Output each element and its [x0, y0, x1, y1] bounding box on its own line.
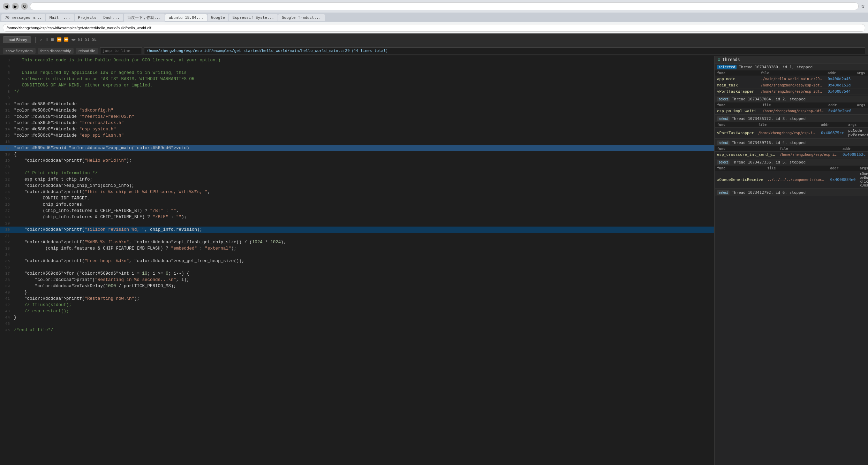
tab-espressif[interactable]: Espressif Syste...	[229, 14, 278, 21]
tab-messages[interactable]: 70 messages n...	[1, 14, 45, 21]
thread-header-6: select Thread 1073412792, id 6, stopped	[715, 189, 868, 196]
table-row: vPortTaskWrapper /home/zhengzhong/esp/es…	[715, 89, 868, 95]
args-cell	[855, 108, 868, 114]
code-line: 37 "color:#569cd6">for ("color:#569cd6">…	[0, 270, 714, 277]
col-file: file	[778, 146, 840, 152]
jump-to-line-input[interactable]	[100, 47, 142, 54]
show-filesystem-btn[interactable]: show filesystem	[3, 48, 36, 54]
line-content: esp_chip_info_t chip_info;	[13, 176, 714, 183]
line-number: 3	[0, 57, 13, 63]
fetch-disassembly-btn[interactable]: fetch disassembly	[38, 48, 74, 54]
address-bar[interactable]: 127.0.0.1:5000	[30, 2, 859, 10]
code-line: 20	[0, 164, 714, 170]
thread-table-header: func file addr args	[715, 70, 868, 76]
thread-group-1: selected Thread 1073433280, id 1, stoppe…	[715, 64, 868, 95]
line-number: 13	[0, 120, 13, 126]
line-content: "color:#dcdcaa">esp_chip_info(&chip_info…	[13, 183, 714, 189]
line-number: 23	[0, 183, 13, 189]
tab-projects[interactable]: Projects - Dash...	[75, 14, 123, 21]
filepath-display[interactable]	[144, 47, 865, 54]
line-content: "color:#dcdcaa">printf("Restarting in %d…	[13, 277, 714, 283]
code-line: 19 "color:#dcdcaa">printf("Hello world!\…	[0, 158, 714, 164]
toolbar-separator: |	[34, 36, 37, 43]
line-content: }	[13, 314, 714, 321]
forward-btn[interactable]: ▶	[12, 3, 19, 10]
select-thread-2-btn[interactable]: select	[717, 97, 730, 101]
line-number: 10	[0, 101, 13, 107]
code-line: 9	[0, 95, 714, 101]
tab-baidu[interactable]: 百度一下，你就...	[124, 14, 165, 22]
browser-tabs: 70 messages n... Mail -... Projects - Da…	[0, 13, 868, 22]
tab-google[interactable]: Google	[207, 14, 228, 21]
line-content: (chip_info.features & CHIP_FEATURE_BLE) …	[13, 214, 714, 220]
select-thread-4-btn[interactable]: select	[717, 140, 730, 145]
line-number: 34	[0, 252, 13, 258]
code-line: 18{	[0, 151, 714, 158]
reload-file-btn[interactable]: reload file	[76, 48, 98, 54]
code-line: 43 // esp_restart();	[0, 308, 714, 314]
code-line: 21 /* Print chip information */	[0, 170, 714, 176]
addr-cell: 0x400d152d	[825, 82, 854, 89]
code-line: 46/*end of file*/	[0, 327, 714, 333]
line-content	[13, 95, 714, 101]
browser-bar: ◀ ▶ ↻ 127.0.0.1:5000 ☆	[0, 0, 868, 13]
line-content	[13, 233, 714, 239]
line-number: 46	[0, 327, 13, 333]
code-line: 33 (chip_info.features & CHIP_FEATURE_EM…	[0, 245, 714, 252]
tab-mail[interactable]: Mail -...	[46, 14, 74, 21]
tab-translate[interactable]: Google Traduct...	[278, 14, 325, 21]
reload-btn[interactable]: ↻	[21, 3, 28, 10]
line-content: "color:#dcdcaa">printf("This is %s chip …	[13, 189, 714, 195]
thread-6-info: Thread 1073412792, id 6, stopped	[732, 190, 806, 195]
line-number: 5	[0, 70, 13, 76]
select-thread-6-btn[interactable]: select	[717, 190, 730, 195]
tab-ubuntu[interactable]: ubuntu 18.04...	[165, 14, 207, 21]
line-content: This example code is in the Public Domai…	[13, 57, 714, 63]
line-content: "color:#569cd6">for ("color:#569cd6">int…	[13, 270, 714, 277]
selected-badge: selected	[717, 65, 737, 69]
line-number: 38	[0, 277, 13, 283]
col-addr: addr	[828, 166, 858, 171]
line-number: 42	[0, 302, 13, 308]
load-binary-button[interactable]: Load Binary	[3, 36, 31, 43]
line-content: /* Print chip information */	[13, 170, 714, 176]
code-line: 25 CONFIG_IDF_TARGET,	[0, 195, 714, 201]
col-file: file	[765, 166, 828, 171]
line-content: Unless required by applicable law or agr…	[13, 70, 714, 76]
table-row: esp_crosscore_int_send_yield /home/zheng…	[715, 152, 868, 158]
line-number: 24	[0, 189, 13, 195]
code-line: 32 "color:#dcdcaa">printf("%dMB %s flash…	[0, 239, 714, 245]
func-cell: esp_crosscore_int_send_yield	[715, 152, 778, 158]
thread-header-2: select Thread 1073437064, id 2, stopped	[715, 96, 868, 102]
code-line: 39 "color:#dcdcaa">vTaskDelay(1000 / por…	[0, 283, 714, 289]
back-btn[interactable]: ◀	[3, 3, 10, 10]
line-content: "color:#c586c0">#include "freertos/FreeR…	[13, 114, 714, 120]
nav-input[interactable]	[3, 24, 865, 32]
line-content	[13, 321, 714, 327]
code-line: 16	[0, 139, 714, 145]
thread-2-info: Thread 1073437064, id 2, stopped	[732, 97, 806, 101]
app-toolbar: Load Binary | ▷ ⏸ ⏹ ⏪ ⏩ ◀▶ NI SI SE	[0, 33, 868, 46]
line-content	[13, 252, 714, 258]
table-row: xQueueGenericReceive ../../../../compone…	[715, 171, 868, 188]
func-cell: xQueueGenericReceive	[715, 171, 765, 188]
line-number: 14	[0, 126, 13, 132]
thread-3-table: func file addr args vPortTaskWrapper /ho…	[715, 122, 868, 138]
code-line: 27 (chip_info.features & CHIP_FEATURE_BT…	[0, 208, 714, 214]
code-line: 30 "color:#dcdcaa">printf("silicon revis…	[0, 227, 714, 233]
line-content: {	[13, 151, 714, 158]
select-thread-3-btn[interactable]: select	[717, 116, 730, 121]
bookmark-btn[interactable]: ☆	[861, 3, 865, 9]
select-thread-5-btn[interactable]: select	[717, 160, 730, 165]
line-content: (chip_info.features & CHIP_FEATURE_EMB_F…	[13, 245, 714, 252]
code-line: 23 "color:#dcdcaa">esp_chip_info(&chip_i…	[0, 183, 714, 189]
thread-1-info: Thread 1073433280, id 1, stopped	[739, 65, 813, 69]
line-number: 11	[0, 107, 13, 114]
args-cell	[855, 82, 868, 89]
thread-group-5: select Thread 1073427336, id 5, stopped …	[715, 159, 868, 189]
code-content: 3 This example code is in the Public Dom…	[0, 56, 714, 335]
line-content: }	[13, 289, 714, 296]
line-content: "color:#c586c0">#include	[13, 101, 714, 107]
code-line: 41 "color:#dcdcaa">printf("Restarting no…	[0, 296, 714, 302]
line-content: /*end of file*/	[13, 327, 714, 333]
